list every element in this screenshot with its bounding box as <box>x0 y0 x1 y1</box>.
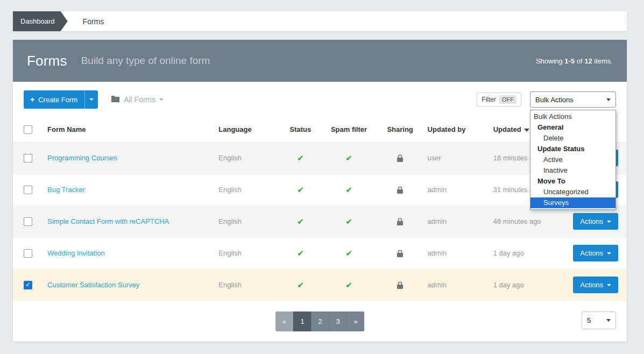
caret-down-icon <box>607 221 611 223</box>
updated-cell: 1 day ago <box>489 269 567 301</box>
updated-by-cell: admin <box>423 174 489 206</box>
lock-icon <box>397 249 404 257</box>
showing-total: 12 <box>584 57 592 65</box>
panel-header: Forms Build any type of online form Show… <box>13 40 627 82</box>
all-forms-filter[interactable]: All Forms <box>111 95 164 104</box>
dropdown-option-inactive[interactable]: Inactive <box>530 165 615 176</box>
row-checkbox[interactable] <box>24 217 32 226</box>
table-row: Simple Contact Form with reCAPTCHA Engli… <box>13 206 627 237</box>
create-form-label: Create Form <box>38 96 77 104</box>
row-actions-button[interactable]: Actions <box>573 277 618 293</box>
showing-summary: Showing 1-5 of 12 items. <box>536 57 613 65</box>
page-title: Forms <box>27 53 67 69</box>
table-row: Wedding Invitation English ✔ ✔ admin 1 d… <box>13 237 627 269</box>
forms-panel: Forms Build any type of online form Show… <box>13 40 627 342</box>
language-cell: English <box>214 269 280 301</box>
showing-prefix: Showing <box>536 57 564 65</box>
updated-by-cell: user <box>423 142 489 174</box>
status-check-icon: ✔ <box>297 249 304 258</box>
lock-icon <box>397 153 404 161</box>
folder-icon <box>111 95 120 104</box>
dropdown-option-active[interactable]: Active <box>530 154 615 165</box>
page-subtitle: Build any type of online form <box>81 55 210 67</box>
language-cell: English <box>214 206 280 237</box>
lock-icon <box>397 281 404 289</box>
page-size-value: 5 <box>587 316 591 324</box>
sort-desc-icon <box>524 129 529 132</box>
spam-check-icon: ✔ <box>345 217 352 226</box>
create-form-caret-button[interactable] <box>84 90 98 109</box>
caret-down-icon <box>606 319 611 322</box>
showing-suffix: items. <box>592 57 613 65</box>
pagination-page-3[interactable]: 3 <box>329 311 346 331</box>
status-check-icon: ✔ <box>297 153 304 162</box>
table-row: Customer Satisfaction Survey English ✔ ✔… <box>13 269 627 301</box>
lock-icon <box>397 217 404 225</box>
dropdown-option-bulk-actions[interactable]: Bulk Actions <box>530 111 615 122</box>
bulk-actions-dropdown: Bulk Actions General Delete Update Statu… <box>530 110 616 210</box>
dropdown-option-surveys[interactable]: Surveys <box>530 197 615 208</box>
pagination: « 1 2 3 » 5 <box>13 301 627 342</box>
pagination-page-2[interactable]: 2 <box>311 311 329 331</box>
language-cell: English <box>214 237 280 269</box>
showing-range: 1-5 <box>564 57 575 65</box>
updated-cell: 1 day ago <box>489 237 567 269</box>
updated-cell: 46 minutes ago <box>489 206 567 237</box>
dropdown-group-move-to: Move To <box>530 176 615 187</box>
updated-by-cell: admin <box>423 269 489 301</box>
filter-state-badge: OFF <box>499 95 516 104</box>
spam-check-icon: ✔ <box>345 249 352 258</box>
bulk-actions-select[interactable]: Bulk Actions <box>530 91 616 108</box>
all-forms-label: All Forms <box>124 95 155 104</box>
form-name-link[interactable]: Customer Satisfaction Survey <box>47 281 139 289</box>
status-check-icon: ✔ <box>297 185 304 194</box>
breadcrumb-forms: Forms <box>83 17 104 26</box>
breadcrumb: Dashboard Forms <box>13 11 627 31</box>
caret-down-icon <box>159 98 164 101</box>
showing-mid: of <box>575 57 584 65</box>
row-checkbox[interactable] <box>24 154 32 162</box>
column-header-language[interactable]: Language <box>214 117 280 142</box>
form-name-link[interactable]: Wedding Invitation <box>47 249 105 257</box>
column-header-spam-filter[interactable]: Spam filter <box>321 117 377 142</box>
updated-by-cell: admin <box>423 206 489 237</box>
caret-down-icon <box>607 252 611 254</box>
pagination-prev-button[interactable]: « <box>275 311 293 331</box>
pagination-next-button[interactable]: » <box>346 311 364 331</box>
form-name-link[interactable]: Programming Courses <box>47 154 117 162</box>
page-size-select[interactable]: 5 <box>582 311 616 329</box>
dropdown-option-uncategorized[interactable]: Uncategorized <box>530 187 615 197</box>
spam-check-icon: ✔ <box>345 185 352 194</box>
row-actions-button[interactable]: Actions <box>573 213 618 230</box>
column-header-updated-by[interactable]: Updated by <box>423 117 489 142</box>
select-all-checkbox[interactable] <box>24 125 32 134</box>
dropdown-group-general: General <box>530 122 615 133</box>
pagination-page-1[interactable]: 1 <box>293 311 311 331</box>
form-name-link[interactable]: Simple Contact Form with reCAPTCHA <box>47 217 169 225</box>
spam-check-icon: ✔ <box>345 153 352 162</box>
column-header-status[interactable]: Status <box>280 117 321 142</box>
language-cell: English <box>214 174 280 206</box>
row-checkbox[interactable] <box>24 186 32 194</box>
status-check-icon: ✔ <box>297 280 304 289</box>
spam-check-icon: ✔ <box>345 280 352 289</box>
dropdown-group-update-status: Update Status <box>530 144 615 154</box>
row-actions-button[interactable]: Actions <box>573 245 618 261</box>
column-header-form-name[interactable]: Form Name <box>43 117 214 142</box>
column-header-sharing[interactable]: Sharing <box>377 117 423 142</box>
caret-down-icon <box>607 284 611 286</box>
status-check-icon: ✔ <box>297 217 304 226</box>
form-name-link[interactable]: Bug Tracker <box>47 186 85 194</box>
lock-icon <box>397 185 404 193</box>
filter-toggle-button[interactable]: Filter OFF <box>477 93 521 107</box>
language-cell: English <box>214 142 280 174</box>
row-checkbox[interactable] <box>24 281 32 289</box>
breadcrumb-dashboard[interactable]: Dashboard <box>13 11 68 31</box>
updated-by-cell: admin <box>423 237 489 269</box>
dropdown-option-delete[interactable]: Delete <box>530 133 615 144</box>
caret-down-icon <box>606 98 611 101</box>
plus-icon: + <box>30 95 34 104</box>
bulk-actions-value: Bulk Actions <box>535 96 574 104</box>
row-checkbox[interactable] <box>24 249 32 258</box>
create-form-button[interactable]: + Create Form <box>24 90 98 109</box>
